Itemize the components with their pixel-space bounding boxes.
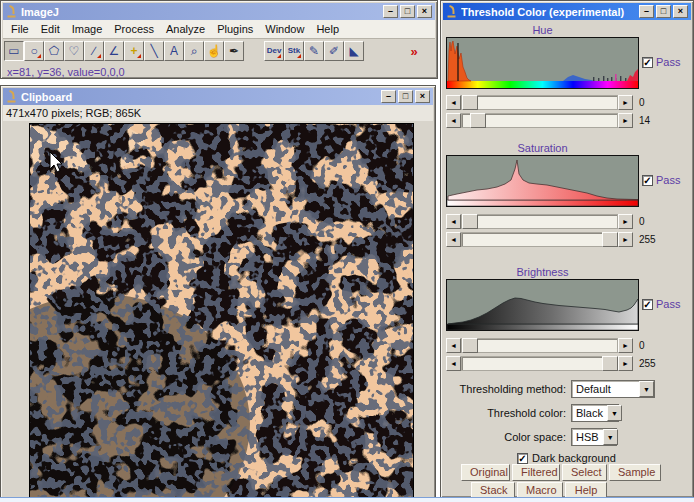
saturation-min-slider[interactable]: ◄ ► 0 bbox=[446, 214, 633, 229]
pencil-tool-icon[interactable]: ✎ bbox=[304, 41, 324, 61]
maximize-icon[interactable]: □ bbox=[398, 90, 413, 103]
wand-tool-icon[interactable]: ╲ bbox=[144, 41, 164, 61]
menu-image[interactable]: Image bbox=[66, 21, 109, 37]
hue-min-slider[interactable]: ◄ ► 0 bbox=[446, 95, 633, 110]
more-tools-icon[interactable]: » bbox=[404, 41, 424, 61]
microscopy-image-canvas[interactable] bbox=[29, 123, 414, 498]
menu-plugins[interactable]: Plugins bbox=[211, 21, 259, 37]
menu-window[interactable]: Window bbox=[259, 21, 310, 37]
threshold-color-row: Threshold color: Black ▼ bbox=[443, 404, 693, 422]
chevron-down-icon[interactable]: ▼ bbox=[603, 429, 618, 445]
slider-thumb[interactable] bbox=[462, 338, 478, 353]
imagej-titlebar[interactable]: ImageJ – □ × bbox=[3, 3, 435, 20]
hue-max-value: 14 bbox=[639, 115, 650, 126]
dark-background-checkbox[interactable]: ✓ bbox=[517, 453, 528, 464]
close-icon[interactable]: × bbox=[673, 5, 688, 18]
fill-tool-icon[interactable]: ◣ bbox=[344, 41, 364, 61]
slider-right-arrow-icon[interactable]: ► bbox=[618, 113, 633, 128]
rectangle-tool-icon[interactable]: ▭ bbox=[4, 41, 24, 61]
close-icon[interactable]: × bbox=[415, 90, 430, 103]
brush-tool-icon[interactable]: ✐ bbox=[324, 41, 344, 61]
thresholding-method-label: Thresholding method: bbox=[443, 383, 571, 395]
angle-tool-icon[interactable]: ∠ bbox=[104, 41, 124, 61]
oval-tool-icon[interactable]: ○ bbox=[24, 41, 44, 61]
saturation-pass-label: Pass bbox=[656, 174, 680, 186]
threshold-color-select[interactable]: Black ▼ bbox=[571, 404, 619, 422]
color-space-select[interactable]: HSB ▼ bbox=[571, 428, 617, 446]
dev-menu-tool[interactable]: Dev bbox=[264, 41, 284, 61]
hue-pass-checkbox[interactable]: ✓ bbox=[642, 57, 653, 68]
brightness-min-slider[interactable]: ◄ ► 0 bbox=[446, 338, 633, 353]
menu-process[interactable]: Process bbox=[108, 21, 160, 37]
toolbar-spacer bbox=[244, 41, 264, 61]
hue-pass-label: Pass bbox=[656, 56, 680, 68]
slider-right-arrow-icon[interactable]: ► bbox=[618, 95, 633, 110]
filtered-button[interactable]: Filtered bbox=[512, 464, 560, 481]
saturation-pass-checkbox[interactable]: ✓ bbox=[642, 175, 653, 186]
clipboard-titlebar[interactable]: Clipboard – □ × bbox=[3, 88, 433, 105]
slider-left-arrow-icon[interactable]: ◄ bbox=[446, 113, 461, 128]
slider-left-arrow-icon[interactable]: ◄ bbox=[446, 95, 461, 110]
clipboard-window: Clipboard – □ × 471x470 pixels; RGB; 865… bbox=[0, 85, 436, 502]
slider-thumb[interactable] bbox=[462, 214, 478, 229]
slider-left-arrow-icon[interactable]: ◄ bbox=[446, 338, 461, 353]
brightness-pass-label: Pass bbox=[656, 298, 680, 310]
zoom-tool-icon[interactable]: ⌕ bbox=[184, 41, 204, 61]
saturation-pass-control: ✓ Pass bbox=[642, 174, 680, 186]
slider-left-arrow-icon[interactable]: ◄ bbox=[446, 232, 461, 247]
sample-button[interactable]: Sample bbox=[609, 464, 661, 481]
microscopy-image bbox=[30, 124, 413, 497]
chevron-down-icon[interactable]: ▼ bbox=[607, 405, 622, 421]
slider-right-arrow-icon[interactable]: ► bbox=[618, 232, 633, 247]
minimize-icon[interactable]: – bbox=[381, 90, 396, 103]
slider-thumb[interactable] bbox=[602, 356, 618, 371]
menu-edit[interactable]: Edit bbox=[35, 21, 66, 37]
menu-help[interactable]: Help bbox=[310, 21, 345, 37]
saturation-section-label: Saturation bbox=[446, 142, 639, 154]
select-button[interactable]: Select bbox=[562, 464, 607, 481]
saturation-min-value: 0 bbox=[639, 216, 645, 227]
text-tool-icon[interactable]: A bbox=[164, 41, 184, 61]
slider-thumb[interactable] bbox=[462, 95, 478, 110]
threshold-color-label: Threshold color: bbox=[443, 407, 571, 419]
brightness-pass-checkbox[interactable]: ✓ bbox=[642, 299, 653, 310]
minimize-icon[interactable]: – bbox=[383, 5, 398, 18]
thresholding-method-select[interactable]: Default ▼ bbox=[571, 380, 655, 398]
maximize-icon[interactable]: □ bbox=[656, 5, 671, 18]
window-title: Clipboard bbox=[21, 91, 377, 103]
original-button[interactable]: Original bbox=[461, 464, 510, 481]
color-picker-tool-icon[interactable]: ✒ bbox=[224, 41, 244, 61]
slider-right-arrow-icon[interactable]: ► bbox=[618, 356, 633, 371]
stk-menu-tool[interactable]: Stk bbox=[284, 41, 304, 61]
line-tool-icon[interactable]: ∕ bbox=[84, 41, 104, 61]
hand-tool-icon[interactable]: ☝ bbox=[204, 41, 224, 61]
maximize-icon[interactable]: □ bbox=[400, 5, 415, 18]
minimize-icon[interactable]: – bbox=[639, 5, 654, 18]
hue-max-slider[interactable]: ◄ ► 14 bbox=[446, 113, 633, 128]
point-tool-icon[interactable]: + bbox=[124, 41, 144, 61]
color-space-row: Color space: HSB ▼ bbox=[443, 428, 693, 446]
status-bar: x=81, y=36, value=0,0,0 bbox=[3, 62, 435, 78]
polygon-tool-icon[interactable]: ⬠ bbox=[44, 41, 64, 61]
threshold-titlebar[interactable]: Threshold Color (experimental) – □ × bbox=[443, 3, 691, 20]
slider-left-arrow-icon[interactable]: ◄ bbox=[446, 356, 461, 371]
window-title: ImageJ bbox=[21, 6, 379, 18]
imagej-logo-icon bbox=[446, 5, 457, 18]
slider-right-arrow-icon[interactable]: ► bbox=[618, 214, 633, 229]
slider-thumb[interactable] bbox=[602, 232, 618, 247]
close-icon[interactable]: × bbox=[417, 5, 432, 18]
menu-analyze[interactable]: Analyze bbox=[160, 21, 211, 37]
brightness-max-slider[interactable]: ◄ ► 255 bbox=[446, 356, 633, 371]
brightness-section-label: Brightness bbox=[446, 266, 639, 278]
slider-right-arrow-icon[interactable]: ► bbox=[618, 338, 633, 353]
chevron-down-icon[interactable]: ▼ bbox=[639, 381, 654, 397]
toolbar: ▭ ○ ⬠ ♡ ∕ ∠ + ╲ A ⌕ ☝ ✒ Dev Stk ✎ ✐ ◣ » bbox=[3, 39, 435, 62]
freehand-tool-icon[interactable]: ♡ bbox=[64, 41, 84, 61]
slider-thumb[interactable] bbox=[470, 113, 486, 128]
hue-min-value: 0 bbox=[639, 97, 645, 108]
saturation-max-slider[interactable]: ◄ ► 255 bbox=[446, 232, 633, 247]
menu-file[interactable]: File bbox=[5, 21, 35, 37]
brightness-max-value: 255 bbox=[639, 358, 656, 369]
slider-left-arrow-icon[interactable]: ◄ bbox=[446, 214, 461, 229]
dark-background-label: Dark background bbox=[532, 452, 616, 464]
